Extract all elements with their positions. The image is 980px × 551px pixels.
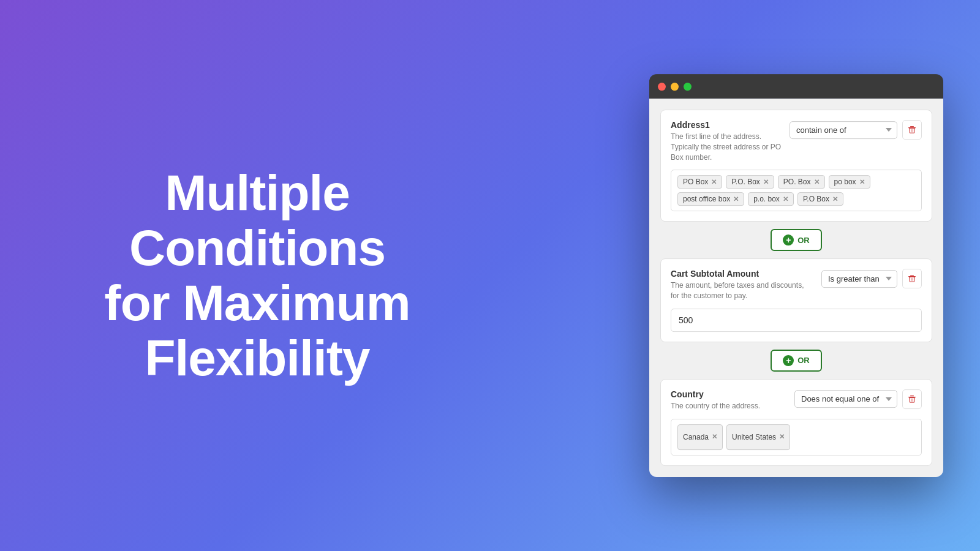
condition-card-country: Country The country of the address. Does…: [660, 379, 932, 466]
svg-rect-5: [910, 276, 914, 276]
card-info-cart-subtotal: Cart Subtotal Amount The amount, before …: [671, 269, 814, 302]
card-controls-address1: contain one of does not contain one of e…: [790, 120, 922, 140]
or-button-2[interactable]: + OR: [771, 350, 822, 372]
hero-line1: Multiple: [104, 165, 410, 220]
trash-icon: [908, 126, 916, 134]
tag-p-o-box: P.O. Box✕: [726, 176, 774, 189]
tag-united-states: United States✕: [726, 424, 790, 450]
tag-po-box2: PO. Box✕: [778, 176, 825, 189]
tag-canada: Canada✕: [677, 424, 723, 450]
card-info-country: Country The country of the address.: [671, 389, 787, 411]
tag-remove-united-states[interactable]: ✕: [779, 433, 785, 441]
card-info-address1: Address1 The first line of the address. …: [671, 120, 782, 162]
delete-button-country[interactable]: [902, 389, 922, 409]
or-button-1[interactable]: + OR: [771, 230, 822, 252]
tags-area-address1[interactable]: PO Box✕ P.O. Box✕ PO. Box✕ po box✕ post …: [671, 170, 922, 212]
or-label-2: OR: [797, 356, 810, 365]
trash-icon-2: [908, 275, 916, 283]
tag-remove-p-o-box-lower[interactable]: ✕: [783, 195, 788, 203]
card-header-address1: Address1 The first line of the address. …: [671, 120, 922, 162]
hero-line3: for Maximum: [104, 276, 410, 331]
card-controls-cart-subtotal: Is greater than Is less than Is equal to…: [821, 269, 922, 289]
maximize-button[interactable]: [684, 83, 692, 91]
tag-remove-po-box-lower[interactable]: ✕: [859, 178, 865, 186]
trash-icon-3: [908, 395, 916, 403]
operator-select-address1[interactable]: contain one of does not contain one of e…: [790, 121, 897, 139]
hero-text: Multiple Conditions for Maximum Flexibil…: [104, 165, 410, 386]
or-button-wrap-1: + OR: [660, 222, 932, 259]
left-panel: Multiple Conditions for Maximum Flexibil…: [0, 0, 514, 551]
tag-remove-post-office-box[interactable]: ✕: [733, 195, 739, 203]
tag-po-box-lower: po box✕: [829, 176, 870, 189]
operator-select-country[interactable]: Does not equal one of Equals one of cont…: [794, 391, 897, 408]
card-desc-country: The country of the address.: [671, 401, 787, 411]
hero-line2: Conditions: [104, 220, 410, 276]
window-content: Address1 The first line of the address. …: [649, 99, 943, 477]
tag-post-office-box: post office box✕: [677, 193, 744, 206]
app-window: Address1 The first line of the address. …: [649, 74, 943, 477]
svg-rect-1: [910, 126, 914, 127]
tag-pobox: PO Box✕: [677, 176, 722, 189]
tag-remove-canada[interactable]: ✕: [712, 433, 717, 441]
card-header-cart-subtotal: Cart Subtotal Amount The amount, before …: [671, 269, 922, 302]
tag-remove-p-o-box[interactable]: ✕: [763, 178, 769, 186]
tag-remove-pobox[interactable]: ✕: [711, 178, 717, 186]
card-title-address1: Address1: [671, 120, 782, 130]
or-label-1: OR: [797, 236, 810, 245]
minimize-button[interactable]: [671, 83, 679, 91]
condition-card-address1: Address1 The first line of the address. …: [660, 110, 932, 222]
card-desc-address1: The first line of the address. Typically…: [671, 132, 782, 162]
tags-area-country[interactable]: Canada✕ United States✕: [671, 419, 922, 455]
condition-card-cart-subtotal: Cart Subtotal Amount The amount, before …: [660, 259, 932, 343]
operator-select-cart-subtotal[interactable]: Is greater than Is less than Is equal to…: [821, 270, 897, 288]
svg-rect-9: [910, 395, 914, 396]
or-button-wrap-2: + OR: [660, 342, 932, 379]
hero-line4: Flexibility: [104, 331, 410, 386]
subtotal-value-input[interactable]: [671, 309, 922, 332]
tag-remove-po-box2[interactable]: ✕: [814, 178, 820, 186]
card-title-cart-subtotal: Cart Subtotal Amount: [671, 269, 814, 279]
title-bar: [649, 74, 943, 99]
card-header-country: Country The country of the address. Does…: [671, 389, 922, 411]
close-button[interactable]: [658, 83, 666, 91]
tag-p-o-box-lower: p.o. box✕: [748, 193, 794, 206]
card-desc-cart-subtotal: The amount, before taxes and discounts, …: [671, 281, 814, 302]
delete-button-address1[interactable]: [902, 120, 922, 140]
delete-button-cart-subtotal[interactable]: [902, 269, 922, 289]
card-controls-country: Does not equal one of Equals one of cont…: [794, 389, 922, 409]
or-plus-icon-2: +: [783, 355, 794, 366]
or-plus-icon-1: +: [783, 235, 794, 246]
tag-po-box3: P.O Box✕: [797, 193, 843, 206]
tag-remove-po-box3[interactable]: ✕: [832, 195, 838, 203]
card-title-country: Country: [671, 389, 787, 399]
